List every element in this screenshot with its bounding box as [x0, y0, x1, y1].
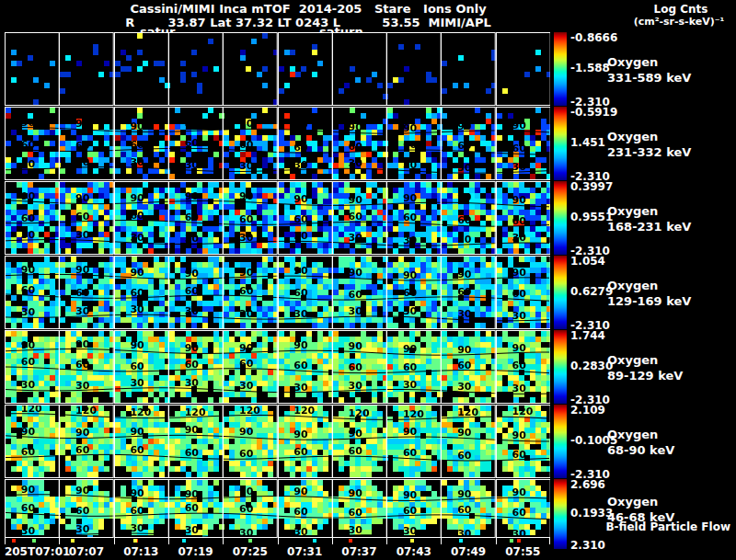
- time-axis-label: 07:31: [287, 545, 322, 558]
- row-species: Oxygen: [607, 352, 683, 368]
- colorbar-max-label: 1.054: [570, 255, 605, 268]
- time-axis-label: 07:13: [123, 545, 158, 558]
- bfield-flow-strip: [5, 538, 550, 544]
- row-species: Oxygen: [607, 427, 674, 442]
- colorbar-min-label: 2.310: [570, 539, 605, 552]
- colorbar-legend-title: Log Cnts: [626, 3, 736, 16]
- time-axis-label: 07:49: [451, 545, 486, 558]
- colorbar-max-label: 1.744: [570, 329, 605, 342]
- colorbar-legend-units: (cm²-sr-s-keV)⁻¹: [615, 16, 736, 28]
- colorbar: [554, 181, 567, 255]
- row-energy-range: 46-68 keV: [607, 509, 674, 525]
- row-energy-label: Oxygen 331-589 keV: [607, 54, 691, 86]
- panel-mosaic-canvas: [5, 32, 550, 106]
- colorbar-max-label: 2.109: [570, 404, 605, 417]
- row-energy-label: Oxygen 231-332 keV: [607, 129, 691, 160]
- row-energy-range: 168-231 keV: [607, 219, 691, 234]
- colorbar-max-label: -0.5919: [570, 106, 617, 119]
- panel-row: 2.696 0.1933 2.310 Oxygen 46-68 keV: [0, 479, 736, 538]
- row-species: Oxygen: [607, 278, 691, 293]
- row-energy-label: Oxygen 89-129 keV: [607, 352, 683, 383]
- colorbar-max-label: 2.696: [570, 478, 605, 491]
- colorbar-mid-label: -1.588: [570, 62, 610, 74]
- row-species: Oxygen: [607, 54, 691, 70]
- panel-mosaic-canvas: [5, 181, 550, 255]
- panel-mosaic-canvas: [5, 256, 550, 329]
- panel-row: 1.744 0.2830 -2.310 Oxygen 89-129 keV: [0, 330, 736, 404]
- colorbar: [554, 107, 567, 180]
- panel-row: 1.054 0.6279 -2.310 Oxygen 129-169 keV: [0, 256, 736, 329]
- row-energy-label: Oxygen 68-90 keV: [607, 427, 674, 458]
- row-energy-range: 89-129 keV: [607, 368, 683, 383]
- row-energy-range: 129-169 keV: [607, 293, 691, 309]
- row-species: Oxygen: [607, 203, 691, 219]
- panel-mosaic-canvas: [5, 479, 550, 538]
- time-axis-label: 07:55: [505, 545, 540, 558]
- row-energy-range: 331-589 keV: [607, 70, 691, 86]
- time-axis-label: 07:37: [341, 545, 376, 558]
- colorbar: [554, 256, 567, 329]
- mimi-inca-plot: Cassini/MIMI Inca mTOF 2014-205 Stare Io…: [0, 0, 736, 560]
- panel-mosaic-canvas: [5, 107, 550, 180]
- colorbar-max-label: -0.8666: [570, 31, 617, 44]
- panel-mosaic-canvas: [5, 330, 550, 404]
- row-energy-label: Oxygen 168-231 keV: [607, 203, 691, 234]
- row-species: Oxygen: [607, 494, 674, 509]
- time-axis-label: 205T07:01: [5, 545, 70, 558]
- panel-row: 0.3997 0.9551 -2.310 Oxygen 168-231 keV: [0, 181, 736, 255]
- panel-row: -0.8666 -1.588 -2.310 Oxygen 331-589 keV: [0, 32, 736, 106]
- time-axis-label: 07:43: [397, 545, 431, 558]
- panel-row: 2.109 -0.1005 -2.310 Oxygen 68-90 keV: [0, 405, 736, 478]
- colorbar: [554, 405, 567, 478]
- row-energy-range: 231-332 keV: [607, 144, 691, 160]
- panel-mosaic-canvas: [5, 405, 550, 478]
- plot-subtitle: R 33.87 Lat 37.32 LT 0243 L 53.55 MIMI/A…: [0, 16, 616, 29]
- colorbar-max-label: 0.3997: [570, 180, 613, 193]
- colorbar: [554, 32, 567, 106]
- row-energy-label: Oxygen 129-169 keV: [607, 278, 691, 309]
- time-axis-label: 07:25: [233, 545, 268, 558]
- colorbar-mid-label: 1.451: [570, 136, 605, 149]
- row-energy-label: Oxygen 46-68 keV: [607, 494, 674, 525]
- colorbar: [554, 479, 567, 549]
- row-species: Oxygen: [607, 129, 691, 144]
- colorbar: [554, 330, 567, 404]
- panel-row: -0.5919 1.451 -2.310 Oxygen 231-332 keV: [0, 107, 736, 180]
- time-axis-label: 07:07: [69, 545, 104, 558]
- plot-title: Cassini/MIMI Inca mTOF 2014-205 Stare Io…: [0, 2, 616, 16]
- row-energy-range: 68-90 keV: [607, 442, 674, 458]
- time-axis-label: 07:19: [178, 545, 213, 558]
